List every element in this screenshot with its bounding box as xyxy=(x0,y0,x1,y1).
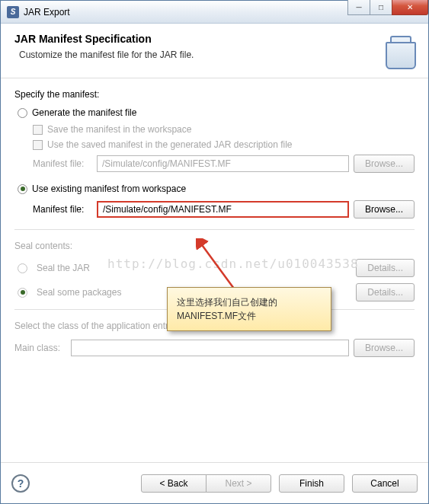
details-button[interactable]: Details... xyxy=(356,283,415,301)
main-class-input[interactable] xyxy=(71,340,349,356)
seal-jar-label: Seal the JAR xyxy=(37,263,90,273)
dialog-content: Specify the manifest: Generate the manif… xyxy=(1,78,428,377)
minimize-button[interactable]: ─ xyxy=(347,0,370,15)
app-icon: S xyxy=(7,6,19,18)
existing-manifest-file-input[interactable] xyxy=(97,201,349,218)
radio-icon xyxy=(18,288,27,298)
dialog-header: JAR Manifest Specification Customize the… xyxy=(1,24,428,78)
back-button[interactable]: < Back xyxy=(141,474,206,493)
window-controls: ─ □ ✕ xyxy=(348,0,428,15)
save-manifest-checkbox-row[interactable]: Save the manifest in the workspace xyxy=(14,124,415,135)
use-saved-manifest-checkbox-row[interactable]: Use the saved manifest in the generated … xyxy=(14,139,415,150)
browse-button[interactable]: Browse... xyxy=(354,339,415,357)
finish-button[interactable]: Finish xyxy=(279,474,344,493)
maximize-button[interactable]: □ xyxy=(370,0,392,15)
dialog-footer: ? < Back Next > Finish Cancel xyxy=(1,462,428,503)
generate-manifest-file-input[interactable] xyxy=(97,155,349,172)
page-subtitle: Customize the manifest file for the JAR … xyxy=(19,49,415,60)
manifest-file-label: Manifest file: xyxy=(33,204,92,215)
use-existing-manifest-label: Use existing manifest from workspace xyxy=(32,183,186,194)
page-title: JAR Manifest Specification xyxy=(14,33,415,45)
next-button[interactable]: Next > xyxy=(206,474,271,493)
checkbox-icon xyxy=(33,140,43,150)
window-title: JAR Export xyxy=(24,7,70,18)
radio-icon xyxy=(18,263,27,273)
details-button[interactable]: Details... xyxy=(356,259,415,277)
cancel-button[interactable]: Cancel xyxy=(352,474,418,493)
generate-manifest-label: Generate the manifest file xyxy=(32,107,136,118)
main-class-row: Main class: Browse... xyxy=(14,339,415,357)
seal-packages-label: Seal some packages xyxy=(37,287,121,298)
radio-icon xyxy=(18,108,27,118)
annotation-callout: 这里选择我们自己创建的MANIFEST.MF文件 xyxy=(167,287,331,331)
generate-manifest-file-row: Manifest file: Browse... xyxy=(33,155,415,173)
footer-buttons: < Back Next > Finish Cancel xyxy=(141,474,418,493)
radio-icon xyxy=(18,184,27,194)
close-button[interactable]: ✕ xyxy=(392,0,428,15)
browse-button[interactable]: Browse... xyxy=(354,200,415,219)
main-class-label: Main class: xyxy=(14,343,66,353)
titlebar: S JAR Export ─ □ ✕ xyxy=(1,1,428,24)
seal-contents-label: Seal contents: xyxy=(14,241,415,251)
generate-manifest-radio-row[interactable]: Generate the manifest file xyxy=(14,107,415,118)
browse-button[interactable]: Browse... xyxy=(354,155,415,173)
use-existing-manifest-radio-row[interactable]: Use existing manifest from workspace xyxy=(14,183,415,194)
save-manifest-label: Save the manifest in the workspace xyxy=(47,124,191,135)
specify-manifest-label: Specify the manifest: xyxy=(14,89,415,100)
manifest-file-label: Manifest file: xyxy=(33,158,92,169)
separator xyxy=(14,229,415,230)
seal-jar-row: Seal the JAR Details... xyxy=(14,259,415,277)
dialog-window: S JAR Export ─ □ ✕ JAR Manifest Specific… xyxy=(0,0,429,504)
jar-icon xyxy=(384,31,418,69)
checkbox-icon xyxy=(33,125,43,135)
use-saved-manifest-label: Use the saved manifest in the generated … xyxy=(47,139,293,150)
help-icon[interactable]: ? xyxy=(11,474,30,493)
existing-manifest-file-row: Manifest file: Browse... xyxy=(33,200,415,219)
